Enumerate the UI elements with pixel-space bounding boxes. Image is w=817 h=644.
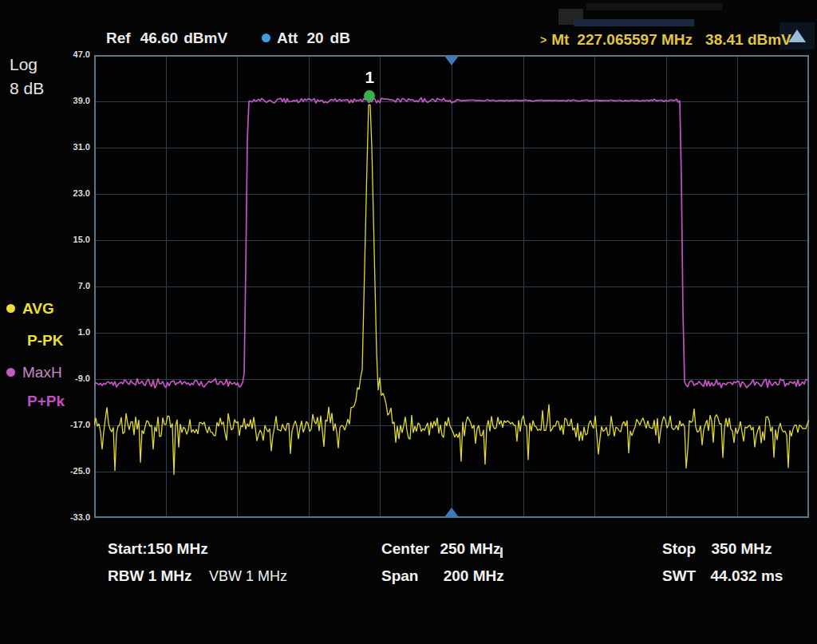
- swt-value: 44.032 ms: [711, 567, 783, 584]
- legend-item-avg[interactable]: AVG: [6, 300, 54, 318]
- span-value: 200 MHz: [444, 567, 504, 584]
- y-axis-tick-label: 1.0: [0, 327, 90, 337]
- ref-value: 46.60: [140, 30, 179, 46]
- y-axis-tick-label: 39.0: [0, 96, 90, 105]
- vbw-label: VBW 1 MHz: [209, 568, 287, 585]
- menu-highlight-bar: [574, 19, 694, 26]
- marker-readout: >Mt227.065597 MHz38.41 dBmV: [540, 31, 791, 49]
- att-value: 20: [306, 30, 323, 46]
- marker-name: Mt: [551, 31, 569, 48]
- center-label: Center: [381, 540, 429, 557]
- top-edge-artifact: [586, 3, 722, 10]
- stop-label: Stop: [662, 540, 696, 557]
- avg-trace-dot-icon: [6, 304, 15, 313]
- y-axis-tick-label: -17.0: [0, 420, 90, 429]
- center-frequency-marker-top-icon: [444, 56, 459, 65]
- legend-label-ppk2: P+Pk: [27, 393, 65, 409]
- reference-level-readout: Ref46.60dBmV: [106, 30, 227, 47]
- attenuation-readout: Att20dB: [262, 30, 350, 47]
- spectrum-plot-canvas: [94, 55, 809, 518]
- legend-label-avg: AVG: [22, 300, 54, 317]
- marker-1-number-label: 1: [365, 68, 374, 87]
- swt-label-group: SWT 44.032 ms: [662, 567, 783, 585]
- spectrum-analyzer-screen: Ref46.60dBmV Att20dB >Mt227.065597 MHz38…: [0, 0, 817, 644]
- y-axis-tick-label: 15.0: [0, 235, 90, 244]
- text-cursor: [500, 547, 503, 558]
- y-axis-tick-label: 47.0: [0, 49, 90, 59]
- center-value: 250 MHz: [440, 540, 500, 557]
- span-label-group: Span 200 MHz: [381, 567, 504, 585]
- start-frequency-label: Start:150 MHz: [108, 540, 208, 558]
- legend-item-ppk2[interactable]: P+Pk: [6, 393, 65, 410]
- swt-label: SWT: [662, 567, 696, 584]
- stop-value: 350 MHz: [712, 540, 772, 557]
- marker-level: 38.41 dBmV: [705, 31, 791, 48]
- center-frequency-marker-bottom-icon: [444, 508, 459, 517]
- att-unit: dB: [330, 30, 350, 46]
- plot-area: 1: [94, 55, 809, 518]
- center-frequency-label: Center 250 MHz: [381, 540, 501, 558]
- y-axis-tick-label: -9.0: [0, 373, 90, 383]
- rbw-label: RBW 1 MHz: [108, 567, 192, 585]
- ref-unit: dBmV: [184, 30, 227, 46]
- att-label: Att: [277, 30, 298, 46]
- y-axis-tick-label: 31.0: [0, 142, 90, 152]
- marker-frequency: 227.065597 MHz: [577, 31, 693, 48]
- y-axis-tick-label: -33.0: [0, 512, 90, 522]
- y-axis-tick-label: 7.0: [0, 281, 90, 290]
- stop-frequency-label: Stop 350 MHz: [662, 540, 772, 558]
- attenuation-dot-icon: [262, 34, 270, 42]
- marker-readout-arrow-icon: >: [540, 34, 547, 46]
- y-axis-tick-label: -25.0: [0, 466, 90, 476]
- span-label: Span: [381, 567, 418, 584]
- y-axis-tick-label: 23.0: [0, 188, 90, 198]
- ref-label: Ref: [106, 30, 131, 46]
